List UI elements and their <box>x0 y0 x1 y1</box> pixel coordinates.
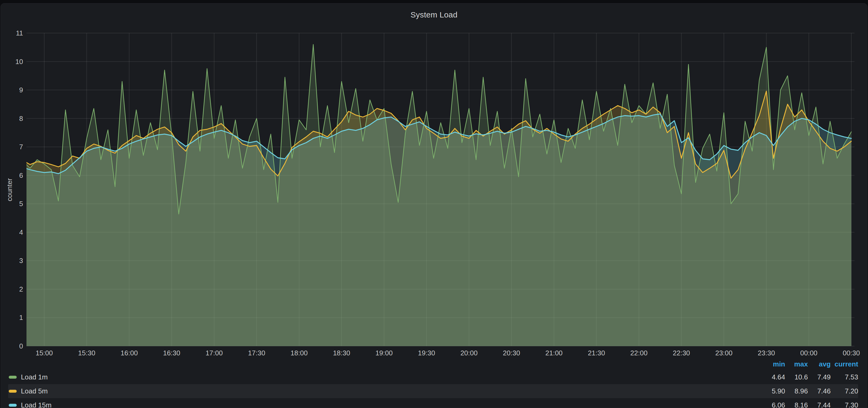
x-axis-tick-label: 22:30 <box>660 348 703 358</box>
x-axis-tick-label: 16:00 <box>108 348 150 358</box>
x-axis-tick-label: 18:00 <box>278 348 320 358</box>
stat-value-min: 6.06 <box>762 401 785 408</box>
y-axis-title: counter <box>5 150 14 229</box>
series-label[interactable]: Load 5m <box>21 387 48 395</box>
y-axis-tick-label: 0 <box>1 342 23 350</box>
y-axis-tick-label: 7 <box>1 142 23 151</box>
legend-row-load-1m[interactable]: Load 1m4.6410.67.497.53 <box>8 370 858 384</box>
stat-value-max: 10.6 <box>785 373 808 381</box>
y-axis-tick-label: 6 <box>1 171 23 180</box>
x-axis-tick-label: 23:00 <box>703 348 745 358</box>
x-axis-tick-label: 21:30 <box>575 348 618 358</box>
stat-value-current: 7.20 <box>831 387 858 395</box>
legend-rows: Load 1m4.6410.67.497.53Load 5m5.908.967.… <box>8 370 858 408</box>
stat-value-min: 4.64 <box>762 373 785 381</box>
x-axis-tick-label: 00:30 <box>830 348 868 358</box>
stat-value-max: 8.16 <box>785 401 808 408</box>
y-axis-tick-label: 8 <box>1 114 23 123</box>
graph-panel: System Load counter 01234567891011 15:00… <box>1 3 867 408</box>
y-axis-tick-label: 1 <box>1 313 23 322</box>
series-label[interactable]: Load 1m <box>21 373 48 381</box>
x-axis-tick-label: 15:00 <box>23 348 65 358</box>
x-axis-tick-label: 23:30 <box>745 348 787 358</box>
x-axis-tick-label: 18:30 <box>320 348 363 358</box>
stat-value-avg: 7.49 <box>808 373 831 381</box>
stat-value-current: 7.30 <box>831 401 858 408</box>
x-axis-tick-label: 16:30 <box>150 348 193 358</box>
legend-row-load-15m[interactable]: Load 15m6.068.167.447.30 <box>8 398 858 408</box>
x-axis-tick-label: 19:00 <box>363 348 405 358</box>
y-axis-tick-label: 4 <box>1 228 23 237</box>
chart-plot-area[interactable] <box>27 3 855 348</box>
series-label[interactable]: Load 15m <box>21 401 52 408</box>
stat-value-current: 7.53 <box>831 373 858 381</box>
y-axis-tick-label: 10 <box>1 57 23 66</box>
y-axis-tick-label: 5 <box>1 199 23 208</box>
x-axis-tick-label: 17:00 <box>193 348 236 358</box>
x-axis-tick-label: 21:00 <box>533 348 575 358</box>
series-color-swatch-icon[interactable] <box>9 376 17 379</box>
series-color-swatch-icon[interactable] <box>9 390 17 393</box>
legend-sort-header-current[interactable]: current <box>831 360 858 368</box>
x-axis-tick-label: 22:00 <box>618 348 660 358</box>
series-area-load-15m <box>27 114 851 346</box>
x-axis-tick-label: 00:00 <box>788 348 830 358</box>
x-axis-tick-label: 15:30 <box>65 348 108 358</box>
legend-sort-header-avg[interactable]: avg <box>808 360 831 368</box>
y-axis-tick-label: 2 <box>1 285 23 294</box>
legend-row-load-5m[interactable]: Load 5m5.908.967.467.20 <box>8 384 858 398</box>
x-axis-tick-label: 20:00 <box>448 348 490 358</box>
x-axis-tick-label: 20:30 <box>490 348 533 358</box>
legend-header-row: minmaxavgcurrent <box>8 358 858 370</box>
legend-sort-header-min[interactable]: min <box>762 360 785 368</box>
legend-sort-header-max[interactable]: max <box>785 360 808 368</box>
stat-value-max: 8.96 <box>785 387 808 395</box>
stat-value-avg: 7.46 <box>808 387 831 395</box>
legend: minmaxavgcurrent Load 1m4.6410.67.497.53… <box>8 358 858 408</box>
x-axis-tick-label: 17:30 <box>236 348 278 358</box>
y-axis-tick-label: 3 <box>1 256 23 265</box>
series-color-swatch-icon[interactable] <box>9 404 17 407</box>
y-axis-tick-label: 9 <box>1 86 23 95</box>
x-axis-tick-label: 19:30 <box>405 348 448 358</box>
stat-value-min: 5.90 <box>762 387 785 395</box>
stat-value-avg: 7.44 <box>808 401 831 408</box>
y-axis-tick-label: 11 <box>1 29 23 38</box>
grafana-panel-screenshot: System Load counter 01234567891011 15:00… <box>0 0 868 408</box>
